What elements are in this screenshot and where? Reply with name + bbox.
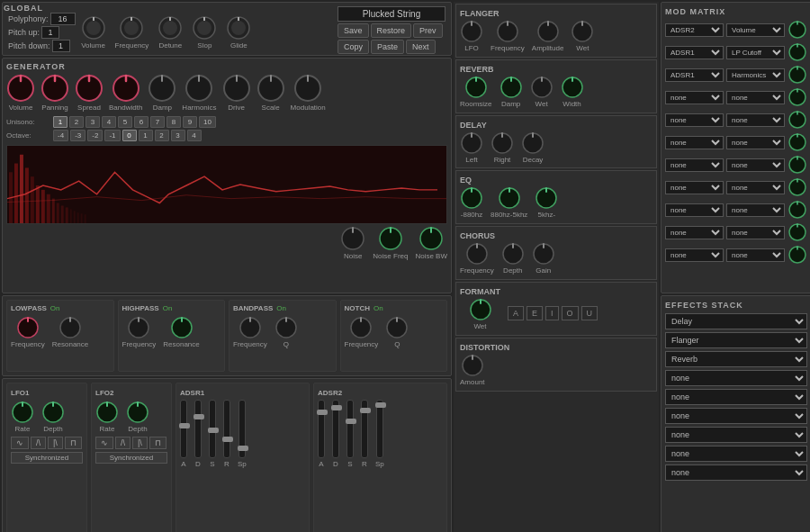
effect-stack-7[interactable]: none	[665, 427, 807, 443]
mod-source-3[interactable]: ADSR1	[665, 68, 724, 82]
global-detune-knob[interactable]: Detune	[158, 15, 183, 50]
gen-panning-knob[interactable]: Panning	[40, 74, 69, 113]
reverb-roomsize-knob[interactable]: Roomsize	[460, 76, 492, 109]
mod-knob-4[interactable]	[788, 87, 807, 107]
lowpass-freq-knob[interactable]: Frequency	[11, 316, 45, 349]
delay-left-knob[interactable]: Left	[460, 131, 483, 165]
lfo2-wave-saw[interactable]: |\	[132, 437, 148, 449]
unison-5[interactable]: 5	[118, 116, 132, 128]
pitch-up-input[interactable]: 1	[41, 26, 59, 39]
mod-source-11[interactable]: none	[665, 248, 724, 262]
lfo1-wave-sine[interactable]: ∿	[11, 437, 29, 449]
lfo1-wave-saw[interactable]: |\	[48, 437, 63, 449]
lfo2-wave-tri[interactable]: /\	[115, 437, 130, 449]
paste-button[interactable]: Paste	[371, 40, 404, 54]
unison-6[interactable]: 6	[134, 116, 148, 128]
mod-knob-2[interactable]	[788, 42, 807, 62]
delay-decay-knob[interactable]: Decay	[521, 131, 544, 165]
formant-u-btn[interactable]: U	[581, 306, 598, 320]
adsr1-sustain-slider[interactable]	[209, 400, 216, 458]
adsr1-attack-slider[interactable]	[180, 400, 187, 458]
mod-target-9[interactable]: none	[726, 203, 785, 217]
octave-1[interactable]: 1	[139, 130, 153, 141]
mod-knob-1[interactable]	[788, 20, 807, 40]
octave-minus2[interactable]: -2	[87, 130, 103, 141]
formant-o-btn[interactable]: O	[562, 306, 579, 320]
notch-q-knob[interactable]: Q	[385, 316, 409, 349]
adsr2-attack-slider[interactable]	[318, 400, 325, 458]
chorus-freq-knob[interactable]: Frequency	[460, 242, 494, 275]
effect-stack-1[interactable]: Delay	[665, 313, 807, 329]
lfo2-sync[interactable]: Synchronized	[95, 452, 167, 464]
notch-freq-knob[interactable]: Frequency	[345, 316, 379, 349]
chorus-depth-knob[interactable]: Depth	[501, 242, 525, 275]
gen-scale-knob[interactable]: Scale	[256, 74, 285, 113]
mod-source-5[interactable]: none	[665, 113, 724, 127]
lfo1-depth-knob[interactable]: Depth	[41, 401, 65, 434]
chorus-gain-knob[interactable]: Gain	[532, 242, 555, 275]
mod-source-4[interactable]: none	[665, 91, 724, 104]
lfo2-wave-sq[interactable]: ⊓	[149, 437, 166, 449]
mod-knob-7[interactable]	[788, 155, 807, 175]
mod-source-6[interactable]: none	[665, 136, 724, 149]
flanger-freq-knob[interactable]: Frequency	[490, 20, 525, 53]
global-volume-knob[interactable]: Volume	[81, 15, 106, 50]
mod-knob-11[interactable]	[788, 245, 807, 265]
lfo2-depth-knob[interactable]: Depth	[126, 401, 149, 434]
prev-button[interactable]: Prev	[413, 23, 443, 38]
gen-spread-knob[interactable]: Spread	[75, 74, 104, 113]
mod-source-1[interactable]: ADSR2	[665, 23, 724, 37]
pitch-down-input[interactable]: 1	[52, 40, 70, 52]
mod-knob-6[interactable]	[788, 132, 807, 152]
next-button[interactable]: Next	[406, 40, 436, 54]
octave-0[interactable]: 0	[122, 130, 137, 141]
mod-target-3[interactable]: Harmonics	[726, 68, 785, 82]
lfo2-wave-sine[interactable]: ∿	[95, 437, 113, 449]
octave-4[interactable]: 4	[187, 130, 202, 141]
delay-right-knob[interactable]: Right	[490, 131, 514, 165]
global-glide-knob[interactable]: Glide	[226, 15, 251, 50]
unison-8[interactable]: 8	[166, 116, 181, 128]
mod-target-8[interactable]: none	[726, 181, 785, 194]
copy-button[interactable]: Copy	[338, 40, 369, 54]
flanger-amp-knob[interactable]: Amplitude	[532, 20, 564, 53]
highpass-freq-knob[interactable]: Frequency	[122, 316, 157, 349]
octave-2[interactable]: 2	[155, 130, 169, 141]
unison-2[interactable]: 2	[69, 116, 84, 128]
save-button[interactable]: Save	[338, 23, 369, 38]
mod-target-5[interactable]: none	[726, 113, 785, 127]
effect-stack-2[interactable]: Flanger	[665, 332, 807, 348]
formant-wet-knob[interactable]: Wet	[460, 298, 500, 331]
mod-knob-5[interactable]	[788, 110, 807, 130]
mod-knob-3[interactable]	[788, 65, 807, 85]
mod-target-2[interactable]: LP Cutoff	[726, 46, 785, 59]
adsr1-decay-slider[interactable]	[194, 400, 202, 458]
unison-7[interactable]: 7	[150, 116, 165, 128]
mod-knob-8[interactable]	[788, 177, 807, 197]
formant-i-btn[interactable]: I	[545, 306, 559, 320]
mod-source-8[interactable]: none	[665, 181, 724, 194]
unison-4[interactable]: 4	[102, 116, 116, 128]
effect-stack-6[interactable]: none	[665, 408, 807, 424]
adsr1-release-slider[interactable]	[223, 400, 230, 458]
mod-target-10[interactable]: none	[726, 226, 785, 239]
reverb-damp-knob[interactable]: Damp	[500, 76, 523, 109]
global-slop-knob[interactable]: Slop	[192, 15, 217, 50]
lfo1-rate-knob[interactable]: Rate	[11, 401, 34, 434]
mod-target-11[interactable]: none	[726, 248, 785, 262]
noise-knob[interactable]: Noise	[340, 226, 365, 261]
reverb-wet-knob[interactable]: Wet	[530, 76, 554, 109]
formant-a-btn[interactable]: A	[508, 306, 524, 320]
noise-bw-knob[interactable]: Noise BW	[415, 226, 447, 261]
effect-stack-8[interactable]: none	[665, 446, 807, 462]
mod-target-6[interactable]: none	[726, 136, 785, 149]
mod-source-2[interactable]: ADSR1	[665, 46, 724, 59]
gen-volume-knob[interactable]: Volume	[6, 74, 35, 113]
gen-drive-knob[interactable]: Drive	[222, 74, 251, 113]
mod-knob-9[interactable]	[788, 200, 807, 220]
mod-target-4[interactable]: none	[726, 91, 785, 104]
noise-freq-knob[interactable]: Noise Freq	[373, 226, 408, 261]
lowpass-res-knob[interactable]: Resonance	[52, 316, 88, 349]
reverb-width-knob[interactable]: Width	[561, 76, 584, 109]
gen-modulation-knob[interactable]: Modulation	[291, 74, 326, 113]
